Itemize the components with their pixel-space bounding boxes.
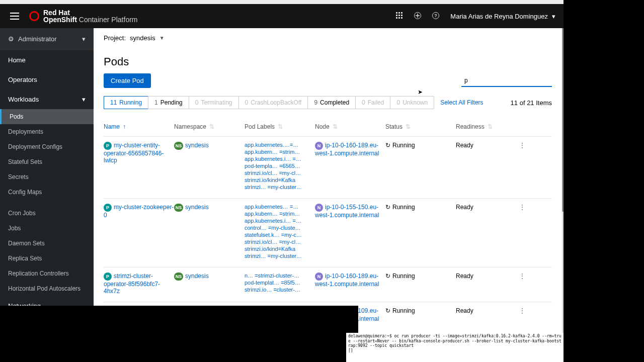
col-node[interactable]: Node [315, 123, 330, 130]
col-name[interactable]: Name [104, 123, 120, 130]
pod-label[interactable]: app.kubernetes.i… =stri… [245, 218, 302, 224]
node-link[interactable]: ip-10-0-160-189.eu-west-1.compute.intern… [315, 273, 379, 288]
pod-label[interactable]: app.kubern… =strimzi-… [245, 149, 302, 155]
brand-logo: Red Hat OpenShift Container Platform [29, 9, 138, 24]
project-value: syndesis [130, 34, 155, 42]
col-labels[interactable]: Pod Labels [245, 123, 275, 130]
namespace-link[interactable]: syndesis [185, 204, 209, 211]
perspective-switcher[interactable]: ⚙Administrator ▾ [0, 28, 94, 50]
project-selector[interactable]: Project: syndesis ▼ [94, 28, 562, 48]
filter-terminating[interactable]: 0Terminating [189, 96, 239, 109]
plus-icon[interactable] [414, 12, 421, 21]
pod-name-link[interactable]: my-cluster-zookeeper-0 [104, 204, 174, 219]
help-icon[interactable]: ? [432, 12, 439, 21]
kebab-menu[interactable]: ⋮ [516, 203, 528, 212]
namespace-link[interactable]: syndesis [185, 142, 209, 149]
table-row: Pmy-cluster-zookeeper-0NSsyndesisapp.kub… [104, 199, 552, 267]
col-status[interactable]: Status [385, 123, 403, 130]
kebab-menu[interactable]: ⋮ [516, 306, 528, 315]
page-title: Pods [94, 48, 562, 73]
apps-grid-icon[interactable] [396, 12, 403, 21]
pod-label[interactable]: app.kubernetes.…=my-… [245, 142, 302, 148]
terminal-output: delawen@quimera:~$ oc run producer -ti -… [346, 333, 564, 362]
pod-label[interactable]: pod-templat… =85f59… [245, 280, 302, 286]
chevron-down-icon: ▾ [82, 96, 86, 103]
status-text: Running [392, 142, 415, 149]
nav-home[interactable]: Home [0, 50, 94, 70]
sidebar-item-daemon-sets[interactable]: Daemon Sets [0, 236, 94, 251]
svg-text:?: ? [435, 13, 438, 18]
sidebar-item-replica-sets[interactable]: Replica Sets [0, 251, 94, 266]
pod-label[interactable]: control… =my-cluster-… [245, 225, 302, 231]
sidebar-item-jobs[interactable]: Jobs [0, 221, 94, 236]
pod-label[interactable]: n… =strimzi-cluster-o… [245, 273, 302, 279]
ns-badge-icon: NS [174, 273, 183, 281]
nav-operators[interactable]: Operators [0, 70, 94, 89]
pod-label[interactable]: strimzi.io/cl… =my-clu… [245, 170, 302, 176]
node-link[interactable]: ip-10-0-160-189.eu-west-1.compute.intern… [315, 142, 379, 157]
filter-pending[interactable]: 1Pending [148, 96, 189, 109]
svg-rect-4 [398, 15, 400, 16]
status-text: Running [392, 307, 415, 314]
pod-label[interactable]: strimzi.io… =cluster-op… [245, 287, 302, 293]
pod-label[interactable]: strimzi.io/kind=Kafka [245, 177, 302, 183]
user-name: Maria Arias de Reyna Dominguez [450, 13, 548, 20]
namespace-link[interactable]: syndesis [185, 273, 209, 280]
pod-label[interactable]: strimzi.io/cl… =my-clu… [245, 239, 302, 245]
sidebar-item-cron-jobs[interactable]: Cron Jobs [0, 206, 94, 221]
node-link[interactable]: ip-10-0-155-150.eu-west-1.compute.intern… [315, 204, 379, 219]
user-menu[interactable]: Maria Arias de Reyna Dominguez ▾ [450, 13, 555, 20]
filter-running[interactable]: 11Running [104, 96, 148, 109]
node-badge-icon: N [315, 142, 323, 150]
col-namespace[interactable]: Namespace [174, 123, 206, 130]
nav-workloads[interactable]: Workloads▾ [0, 89, 94, 109]
kebab-menu[interactable]: ⋮ [516, 141, 528, 150]
readiness-text: Ready [456, 273, 516, 295]
col-readiness[interactable]: Readiness [456, 123, 485, 130]
create-pod-button[interactable]: Create Pod [104, 73, 151, 88]
pod-label[interactable]: strimzi… =my-cluster-e… [245, 184, 302, 190]
scrollbar[interactable] [562, 28, 564, 334]
sidebar-item-secrets[interactable]: Secrets [0, 169, 94, 185]
sidebar: ⚙Administrator ▾ Home Operators Workload… [0, 28, 94, 334]
svg-rect-2 [401, 12, 403, 14]
filter-unknown[interactable]: 0Unknown [390, 96, 434, 109]
pod-name-link[interactable]: my-cluster-entity-operator-6565857846-lw… [104, 142, 164, 164]
pod-badge-icon: P [104, 273, 112, 281]
pod-label[interactable]: app.kubernetes… =my-… [245, 204, 302, 210]
status-text: Running [392, 273, 415, 280]
pod-label[interactable]: strimzi.io/kind=Kafka [245, 246, 302, 252]
pod-label[interactable]: app.kubernetes.i… =stri… [245, 156, 302, 162]
pod-label[interactable]: app.kubern… =strimzi-… [245, 211, 302, 217]
sidebar-item-pods[interactable]: Pods [0, 109, 94, 124]
pod-label[interactable]: statefulset.k… =my-clu… [245, 232, 302, 238]
kebab-menu[interactable]: ⋮ [516, 272, 528, 281]
svg-rect-8 [401, 17, 403, 19]
pod-label[interactable]: pod-templa… =65658… [245, 163, 302, 169]
status-text: Running [392, 204, 415, 211]
chevron-down-icon: ▾ [552, 13, 555, 20]
brand-product: OpenShift [43, 16, 79, 24]
filter-completed[interactable]: 9Completed [307, 96, 356, 109]
pod-name-link[interactable]: strimzi-cluster-operator-85f596bfc7-4hx7… [104, 273, 160, 295]
sidebar-item-stateful-sets[interactable]: Stateful Sets [0, 154, 94, 169]
node-badge-icon: N [315, 204, 323, 212]
readiness-text: Ready [456, 204, 516, 260]
sidebar-item-replication-controllers[interactable]: Replication Controllers [0, 266, 94, 281]
filter-crashloopbackoff[interactable]: 0CrashLoopBackOff [238, 96, 308, 109]
sidebar-item-deployment-configs[interactable]: Deployment Configs [0, 139, 94, 154]
readiness-text: Ready [456, 142, 516, 191]
filter-failed[interactable]: 0Failed [355, 96, 390, 109]
masthead: Red Hat OpenShift Container Platform ? M… [0, 4, 564, 28]
table-row: Pmy-cluster-entity-operator-6565857846-l… [104, 137, 552, 199]
filter-input[interactable] [461, 75, 552, 87]
select-all-filters[interactable]: Select All Filters [440, 99, 483, 106]
sidebar-item-horizontal-pod-autoscalers[interactable]: Horizontal Pod Autoscalers [0, 281, 94, 296]
sidebar-item-config-maps[interactable]: Config Maps [0, 185, 94, 200]
hamburger-icon[interactable] [8, 11, 21, 22]
pod-label[interactable]: strimzi… =my-cluster-… [245, 253, 302, 259]
sidebar-item-deployments[interactable]: Deployments [0, 124, 94, 139]
gear-icon: ⚙ [8, 35, 14, 43]
sync-icon: ↻ [385, 307, 390, 314]
brand-subtitle: Container Platform [79, 16, 138, 24]
